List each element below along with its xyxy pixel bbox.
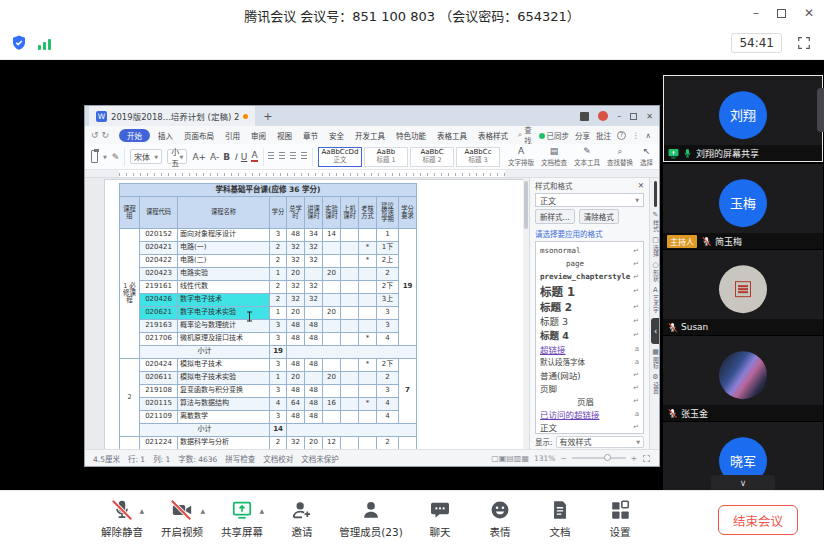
font-increase-icon[interactable]: A+ <box>192 152 206 162</box>
participant-tile-liuxiang[interactable]: 刘翔 刘翔的屏幕共享 <box>663 75 823 162</box>
table-cell[interactable]: * <box>359 333 377 346</box>
side-strip-item-3[interactable]: A艺术字 <box>653 287 659 313</box>
collapse-ribbon-icon[interactable]: ∧ <box>646 131 652 140</box>
table-cell[interactable]: 2 <box>377 268 399 281</box>
table-cell[interactable]: 20 <box>287 268 305 281</box>
style-list-item-1[interactable]: page↵ <box>536 257 643 270</box>
docs-button[interactable]: 文档 <box>536 499 584 539</box>
table-cell[interactable]: 概率论与数理统计 <box>178 320 270 333</box>
table-cell[interactable]: 32 <box>287 242 305 255</box>
table-cell[interactable]: 32 <box>287 281 305 294</box>
table-cell[interactable] <box>359 307 377 320</box>
document-page[interactable]: 学科基础平台课(应修 36 学分)课程组课程代码课程名称学分总学 时讲课 课时实… <box>105 180 523 449</box>
style-gallery-item-1[interactable]: AaBb标题 1 <box>364 147 408 167</box>
table-cell[interactable]: 电路实验 <box>178 268 270 281</box>
side-strip-item-4[interactable]: ▦图标 <box>652 349 659 369</box>
table-cell[interactable]: 020424 <box>140 359 178 372</box>
style-list-item-9[interactable]: 普通(网站)↵ <box>536 368 643 381</box>
clear-format-button[interactable]: 清除格式 <box>579 209 619 224</box>
table-cell[interactable] <box>359 229 377 242</box>
table-cell[interactable] <box>341 307 359 320</box>
fullscreen-icon[interactable] <box>796 35 812 55</box>
style-list-item-8[interactable]: 默认段落字体a <box>536 355 643 368</box>
current-style-select[interactable]: 正文▼ <box>535 193 644 207</box>
menu-tab-0[interactable]: 开始 <box>119 129 150 142</box>
maximize-icon[interactable] <box>777 9 786 18</box>
table-cell[interactable]: 数据科学与分析 <box>178 437 270 450</box>
style-list-item-7[interactable]: 超链接a <box>536 342 643 355</box>
table-cell[interactable] <box>359 437 377 450</box>
collapse-sidebar-button[interactable]: ∨ <box>711 475 775 490</box>
wps-document-tab[interactable]: 2019版2018...培养计划 (定稿) 2 <box>89 106 255 126</box>
table-cell[interactable]: 020423 <box>140 268 178 281</box>
caret-up-icon[interactable]: ▲ <box>259 507 264 514</box>
table-cell[interactable]: 48 <box>287 320 305 333</box>
table-cell[interactable]: 020421 <box>140 242 178 255</box>
caret-up-icon[interactable]: ▲ <box>200 507 205 514</box>
table-cell[interactable]: 微机原理及接口技术 <box>178 333 270 346</box>
table-cell[interactable] <box>359 268 377 281</box>
style-list-item-4[interactable]: 标题 2↵ <box>536 299 643 314</box>
table-cell[interactable]: 48 <box>287 385 305 398</box>
side-strip-item-1[interactable]: ▢选择 <box>652 237 659 257</box>
style-gallery-item-2[interactable]: AaBbC标题 2 <box>410 147 454 167</box>
participant-tile-susan[interactable]: Susan <box>663 250 823 335</box>
style-list-item-11[interactable]: 页眉↵ <box>536 394 643 407</box>
table-cell[interactable] <box>323 411 341 424</box>
table-cell[interactable]: 48 <box>305 385 323 398</box>
ruler[interactable] <box>85 170 659 178</box>
unmute-button[interactable]: ▲ 解除静音 <box>98 499 146 539</box>
table-cell[interactable]: 19 <box>399 229 417 346</box>
table-cell[interactable]: 数字电子技术 <box>178 294 270 307</box>
table-header-cell[interactable]: 学分 要求 <box>399 197 417 229</box>
table-cell[interactable] <box>359 385 377 398</box>
more-icon[interactable]: ⋮ <box>632 131 640 140</box>
tool-group-4[interactable]: ↖选择 <box>640 147 653 167</box>
table-cell[interactable] <box>305 372 323 385</box>
table-cell[interactable]: 20 <box>287 307 305 320</box>
table-cell[interactable] <box>399 437 417 450</box>
font-name-select[interactable]: 宋体▼ <box>130 149 162 164</box>
style-list-item-5[interactable]: 标题 3↵ <box>536 314 643 328</box>
menu-tab-6[interactable]: 章节 <box>300 129 321 142</box>
table-cell[interactable] <box>359 372 377 385</box>
table-cell[interactable]: * <box>359 359 377 372</box>
tool-group-1[interactable]: ▤文档检查 <box>541 147 567 167</box>
table-cell[interactable] <box>341 437 359 450</box>
new-style-button[interactable]: 新样式... <box>535 209 575 224</box>
style-list-item-2[interactable]: preview_chapterstyle↵ <box>536 270 643 283</box>
table-cell[interactable]: 面向对象程序设计 <box>178 229 270 242</box>
table-cell[interactable]: 3 <box>270 411 287 424</box>
menu-tab-3[interactable]: 引用 <box>222 129 243 142</box>
table-cell[interactable] <box>359 294 377 307</box>
table-header-cell[interactable]: 考核 方式 <box>359 197 377 229</box>
font-decrease-icon[interactable]: A- <box>210 152 219 162</box>
table-header-cell[interactable]: 讲课 课时 <box>305 197 323 229</box>
table-cell[interactable]: 2 <box>377 372 399 385</box>
table-cell[interactable]: 模拟电子技术实验 <box>178 372 270 385</box>
table-cell[interactable] <box>341 229 359 242</box>
table-cell[interactable]: 3 <box>270 359 287 372</box>
table-header-cell[interactable]: 学分 <box>270 197 287 229</box>
table-cell[interactable]: 3 <box>270 320 287 333</box>
font-color-icon[interactable]: A <box>251 151 257 162</box>
table-cell[interactable]: 32 <box>305 281 323 294</box>
panel-scrollbar-thumb[interactable] <box>654 181 657 207</box>
sidebar-hide-handle[interactable] <box>817 88 824 132</box>
table-cell[interactable]: 20 <box>287 372 305 385</box>
manage-members-button[interactable]: 管理成员(23) <box>338 499 404 539</box>
chat-button[interactable]: 聊天 <box>416 499 464 539</box>
table-cell[interactable] <box>341 268 359 281</box>
table-cell[interactable]: 021224 <box>140 437 178 450</box>
table-cell[interactable]: 48 <box>287 229 305 242</box>
table-cell[interactable]: 2 <box>270 437 287 450</box>
table-group-cell[interactable] <box>120 437 140 450</box>
wps-restore-icon[interactable] <box>630 113 637 120</box>
close-icon[interactable]: ✕ <box>804 5 814 21</box>
table-cell[interactable]: 数字电子技术实验 <box>178 307 270 320</box>
menu-tab-9[interactable]: 特色功能 <box>393 129 429 142</box>
table-cell[interactable]: 1 <box>270 268 287 281</box>
table-cell[interactable]: 1 <box>270 307 287 320</box>
share-button[interactable]: 分享 <box>575 130 590 141</box>
table-cell[interactable]: 48 <box>287 411 305 424</box>
